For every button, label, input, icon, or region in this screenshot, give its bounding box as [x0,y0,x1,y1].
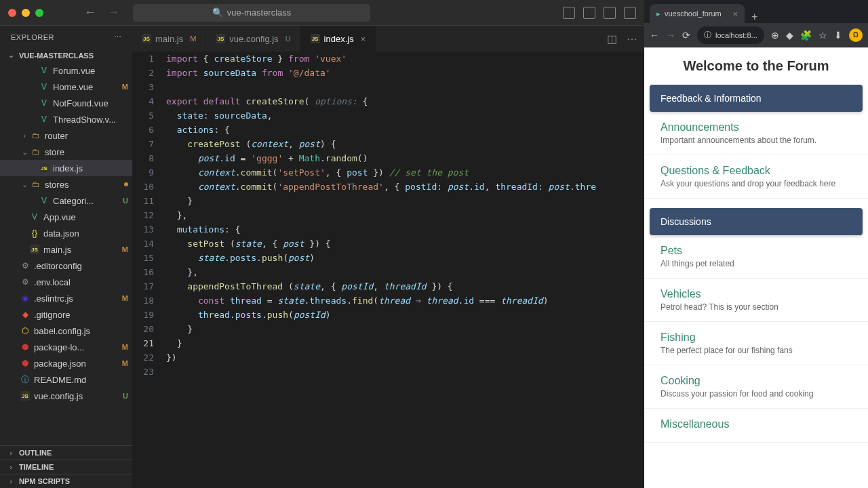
tab-bar: JSmain.jsMJSvue.config.jsUJSindex.js× ◫ … [132,26,644,52]
more-icon[interactable]: ⋯ [627,33,637,45]
layout-controls [563,7,636,19]
editor-tab[interactable]: JSindex.js× [301,26,376,52]
profile-avatar[interactable]: O [849,28,863,42]
forum-title[interactable]: Miscellaneous [660,418,852,430]
file-tree-item[interactable]: ⚙.editorconfig [0,258,132,274]
extension-icon[interactable]: ◆ [786,30,793,41]
forum-description: Important announcements about the forum. [660,136,852,145]
more-icon[interactable]: ⋯ [114,33,122,41]
forum-description: Petrol head? This is your section [660,302,852,312]
layout-icon[interactable] [583,7,595,19]
file-tree-item[interactable]: VForum.vue [0,62,132,79]
layout-icon[interactable] [624,7,636,19]
minimize-window-button[interactable] [22,9,30,17]
file-tree-item[interactable]: VApp.vue [0,209,132,225]
outline-section[interactable]: ›OUTLINE [0,445,132,460]
line-gutter: 1234567891011121314151617181920212223 [132,52,166,488]
reload-icon[interactable]: ⟳ [682,30,690,41]
file-tree-item[interactable]: JSmain.jsM [0,241,132,258]
browser-tab[interactable]: ▸ vueschool_forum × [650,4,745,23]
file-tree: VForum.vueVHome.vueMVNotFound.vueVThread… [0,62,132,445]
layout-icon[interactable] [563,7,575,19]
download-icon[interactable]: ⬇ [834,30,842,41]
address-bar[interactable]: ⓘ localhost:8... [697,26,764,44]
forum-description: All things pet related [660,259,852,268]
forum-item[interactable]: CookingDiscuss your passion for food and… [644,365,868,409]
project-header[interactable]: ⌄ VUE-MASTERCLASS [0,48,132,62]
browser-tab-strip: ▸ vueschool_forum × + [644,0,868,23]
forum-description: The perfect place for our fishing fans [660,346,852,355]
site-info-icon: ⓘ [704,30,711,40]
new-tab-button[interactable]: + [751,11,757,23]
forum-item[interactable]: Miscellaneous [644,409,868,443]
forum-item[interactable]: PetsAll things pet related [644,235,868,279]
editor-tab[interactable]: JSvue.config.jsU [206,26,300,52]
file-tree-item[interactable]: ⌄🗀store [0,144,132,160]
code-editor[interactable]: 1234567891011121314151617181920212223 im… [132,52,644,488]
project-name: vue-masterclass [227,7,292,18]
maximize-window-button[interactable] [35,9,43,17]
page-title: Welcome to the Forum [644,58,868,74]
vscode-window: ← → 🔍 vue-masterclass EXPLORER ⋯ ⌄ VUE-M… [0,0,644,488]
explorer-sidebar: EXPLORER ⋯ ⌄ VUE-MASTERCLASS VForum.vueV… [0,26,132,488]
explorer-header: EXPLORER ⋯ [0,26,132,48]
page-content: Welcome to the Forum Feedback & Informat… [644,47,868,488]
file-tree-item[interactable]: ⓘREADME.md [0,371,132,388]
nav-back-icon[interactable]: ← [84,5,96,20]
nav-forward-icon[interactable]: → [107,5,119,20]
explorer-title: EXPLORER [11,33,54,41]
browser-window: ▸ vueschool_forum × + ← → ⟳ ⓘ localhost:… [644,0,868,488]
category-header: Feedback & Information [650,85,863,112]
extensions-icon[interactable]: 🧩 [800,30,812,41]
bookmark-icon[interactable]: ☆ [818,30,827,41]
forward-icon[interactable]: → [666,30,675,41]
extension-icon[interactable]: ⊕ [771,30,779,41]
tab-favicon: ▸ [656,9,660,18]
editor-area: JSmain.jsMJSvue.config.jsUJSindex.js× ◫ … [132,26,644,488]
file-tree-item[interactable]: JSindex.js [0,160,132,176]
forum-item[interactable]: Questions & FeedbackAsk your questions a… [644,155,868,199]
browser-actions: ⊕ ◆ 🧩 ☆ ⬇ O [771,28,863,42]
forum-item[interactable]: AnnouncementsImportant announcements abo… [644,112,868,155]
file-tree-item[interactable]: JSvue.config.jsU [0,388,132,404]
file-tree-item[interactable]: ◉.eslintrc.jsM [0,290,132,306]
nav-arrows: ← → [84,5,119,20]
back-icon[interactable]: ← [650,30,659,41]
code-content[interactable]: import { createStore } from 'vuex' impor… [166,52,644,488]
forum-title[interactable]: Announcements [660,121,852,134]
forum-title[interactable]: Pets [660,245,852,257]
forum-description: Discuss your passion for food and cookin… [660,389,852,399]
editor-actions: ◫ ⋯ [600,33,644,45]
file-tree-item[interactable]: ⬢package.jsonM [0,355,132,371]
split-editor-icon[interactable]: ◫ [607,33,617,45]
layout-icon[interactable] [604,7,616,19]
forum-title[interactable]: Questions & Feedback [660,165,852,177]
file-tree-item[interactable]: ⚙.env.local [0,274,132,290]
timeline-section[interactable]: ›TIMELINE [0,460,132,474]
file-tree-item[interactable]: ◆.gitignore [0,306,132,323]
editor-tab[interactable]: JSmain.jsM [132,26,206,52]
file-tree-item[interactable]: ›🗀router [0,127,132,144]
forum-item[interactable]: VehiclesPetrol head? This is your sectio… [644,279,868,322]
file-tree-item[interactable]: VThreadShow.v... [0,111,132,127]
url-text: localhost:8... [715,31,757,39]
forum-title[interactable]: Vehicles [660,288,852,300]
close-tab-icon[interactable]: × [732,9,738,19]
close-tab-icon[interactable]: × [361,34,366,44]
window-controls [8,9,43,17]
file-tree-item[interactable]: VCategori...U [0,192,132,209]
file-tree-item[interactable]: ⬡babel.config.js [0,323,132,339]
command-center[interactable]: 🔍 vue-masterclass [133,4,370,22]
close-window-button[interactable] [8,9,16,17]
forum-title[interactable]: Cooking [660,375,852,387]
file-tree-item[interactable]: {}data.json [0,225,132,241]
file-tree-item[interactable]: VNotFound.vue [0,95,132,111]
titlebar: ← → 🔍 vue-masterclass [0,0,644,26]
file-tree-item[interactable]: ⬢package-lo...M [0,339,132,355]
file-tree-item[interactable]: VHome.vueM [0,79,132,95]
forum-title[interactable]: Fishing [660,331,852,344]
file-tree-item[interactable]: ⌄🗀stores [0,176,132,192]
forum-item[interactable]: FishingThe perfect place for our fishing… [644,322,868,365]
npm-section[interactable]: ›NPM SCRIPTS [0,474,132,488]
forum-description: Ask your questions and drop your feedbac… [660,179,852,188]
